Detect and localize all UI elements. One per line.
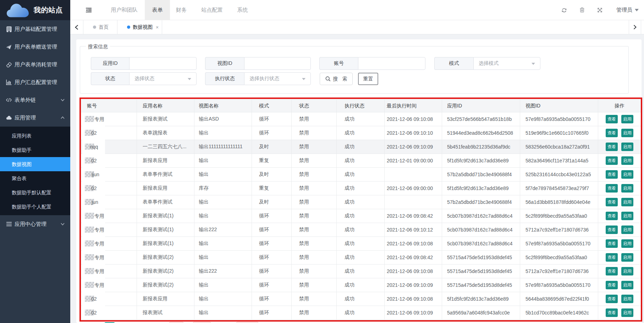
- cell-r13c2: 输出: [194, 292, 252, 306]
- reset-button[interactable]: 重置: [358, 73, 378, 85]
- enable-button[interactable]: 启用: [621, 170, 633, 179]
- enable-button[interactable]: 启用: [621, 129, 633, 137]
- enable-button[interactable]: 启用: [621, 281, 633, 289]
- page-tab-0[interactable]: 首页: [83, 20, 117, 34]
- sidebar-item-bottom[interactable]: 应用中心管理: [0, 215, 70, 233]
- cell-r3c6: 2021-12-01 09:00:00: [385, 154, 442, 168]
- enable-button[interactable]: 启用: [621, 156, 633, 165]
- view-button[interactable]: 查看: [606, 115, 618, 123]
- view-button[interactable]: 查看: [606, 170, 618, 179]
- cell-actions-r12: 查看启用: [598, 278, 641, 292]
- search-field-1: 视图ID: [205, 57, 311, 70]
- tabs-scroll-right[interactable]: [629, 20, 641, 34]
- cell-r6c7: 57b2a5dbdd71bc3e490688f4: [442, 195, 520, 209]
- cell-actions-r5: 查看启用: [598, 182, 641, 195]
- cell-r10c4: 禁用: [292, 251, 337, 264]
- view-button[interactable]: 查看: [606, 212, 618, 220]
- cell-r7c7: 5cb07b3987d162c7ad88d6c4: [442, 209, 520, 223]
- cell-r11c3: 循环: [252, 264, 292, 278]
- fullscreen-icon[interactable]: [598, 8, 604, 14]
- nav-tab-2[interactable]: 财务: [170, 0, 192, 20]
- site-title: 我的站点: [34, 5, 63, 15]
- table-row-11: 新报表测试(2)输出222循环禁用成功2021-12-06 09:10:0855…: [81, 264, 641, 278]
- enable-button[interactable]: 启用: [621, 184, 633, 193]
- cell-r4c3: 及时: [252, 168, 292, 182]
- nav-tab-1[interactable]: 表单: [145, 0, 170, 20]
- view-button[interactable]: 查看: [606, 295, 618, 303]
- tab-close-icon[interactable]: ×: [156, 25, 159, 30]
- page-tab-1[interactable]: 数据视图×: [117, 20, 162, 34]
- search-button[interactable]: 搜 索: [320, 73, 353, 85]
- cell-r7c2: 输出: [194, 209, 252, 223]
- sidebar-item-0[interactable]: 用户基础配置管理: [0, 20, 70, 38]
- account-suffix-11: 专用: [94, 268, 123, 275]
- view-button[interactable]: 查看: [606, 129, 618, 137]
- cell-r5c3: 重复: [252, 182, 292, 195]
- cell-actions-r10: 查看启用: [598, 251, 641, 264]
- enable-button[interactable]: 启用: [621, 295, 633, 303]
- table-row-12: 新报表测试(2)输出循环禁用成功2021-12-06 09:10:0955715…: [81, 278, 641, 292]
- enable-button[interactable]: 启用: [621, 239, 633, 248]
- collapse-menu-icon[interactable]: [86, 8, 92, 12]
- enable-button[interactable]: 启用: [621, 225, 633, 234]
- cell-r9c3: 循环: [252, 237, 292, 251]
- enable-button[interactable]: 启用: [621, 143, 633, 151]
- admin-label: 管理员: [616, 7, 632, 13]
- view-button[interactable]: 查看: [606, 281, 618, 289]
- view-button[interactable]: 查看: [606, 267, 618, 275]
- sidebar-subitem-0[interactable]: 应用列表: [0, 129, 70, 143]
- select-模式[interactable]: 选择模式: [473, 57, 540, 70]
- view-button[interactable]: 查看: [606, 225, 618, 234]
- view-button[interactable]: 查看: [606, 198, 618, 206]
- view-button[interactable]: 查看: [606, 143, 618, 151]
- cell-r12c7: 55715a475de5d1953d8def45: [442, 278, 520, 292]
- view-button[interactable]: 查看: [606, 308, 618, 317]
- admin-menu[interactable]: 管理员: [616, 0, 639, 20]
- sidebar-subitem-2[interactable]: 数据视图: [0, 157, 70, 171]
- cell-r6c2: 输出: [194, 195, 252, 209]
- cell-r0c4: 禁用: [292, 112, 337, 126]
- select-状态[interactable]: 选择状态: [129, 72, 197, 85]
- input-视图ID[interactable]: [244, 57, 311, 70]
- sidebar-item-5[interactable]: 应用管理: [0, 109, 70, 127]
- sidebar-item-3[interactable]: 用户汇总配置管理: [0, 73, 70, 91]
- account-suffix-3: 02: [91, 158, 120, 163]
- select-执行状态[interactable]: 选择执行状态: [244, 72, 311, 85]
- nav-tab-4[interactable]: 系统: [227, 0, 258, 20]
- cell-r11c5: 成功: [337, 264, 385, 278]
- sidebar-item-1[interactable]: 用户表单赠送管理: [0, 38, 70, 56]
- cell-r5c8: 5f7de789784545873ea279f7: [520, 182, 598, 195]
- enable-button[interactable]: 启用: [621, 267, 633, 275]
- enable-button[interactable]: 启用: [621, 308, 633, 317]
- sidebar-subitem-5[interactable]: 数据助手个人配置: [0, 200, 70, 214]
- view-button[interactable]: 查看: [606, 239, 618, 248]
- field-label: 视图ID: [205, 57, 244, 70]
- nav-tab-0[interactable]: 用户和团队: [104, 0, 144, 20]
- data-view-table: 账号应用名称视图名称模式状态执行状态最后执行时间应用ID视图ID操作 新报表测试…: [81, 99, 641, 320]
- sidebar-subitem-4[interactable]: 数据助手默认配置: [0, 185, 70, 200]
- account-suffix-9: 专用: [94, 241, 123, 247]
- sidebar-subitem-1[interactable]: 数据助手: [0, 143, 70, 157]
- nav-tab-3[interactable]: 站点配置: [196, 0, 229, 20]
- refresh-icon[interactable]: [562, 8, 568, 14]
- cell-r12c8: 57e9f87a6935a5b0a0055170: [520, 278, 598, 292]
- enable-button[interactable]: 启用: [621, 198, 633, 206]
- account-suffix-6: jun: [92, 199, 120, 205]
- input-账号[interactable]: [358, 57, 425, 70]
- sidebar-subitem-3[interactable]: 聚合表: [0, 171, 70, 185]
- cell-r6c5: 成功: [337, 195, 385, 209]
- cell-r5c7: 5f1d5fc9f2d613c7add36e89: [442, 182, 520, 195]
- trash-icon[interactable]: [580, 7, 586, 13]
- enable-button[interactable]: 启用: [621, 115, 633, 123]
- enable-button[interactable]: 启用: [621, 212, 633, 220]
- enable-button[interactable]: 启用: [621, 253, 633, 262]
- view-button[interactable]: 查看: [606, 253, 618, 262]
- view-button[interactable]: 查看: [606, 156, 618, 165]
- tabs-scroll-left[interactable]: [70, 20, 83, 34]
- input-应用ID[interactable]: [129, 57, 197, 70]
- search-field-5: 执行状态选择执行状态: [205, 72, 311, 85]
- sidebar-item-4[interactable]: 表单外链: [0, 91, 70, 109]
- cell-r11c2: 输出222: [194, 264, 252, 278]
- sidebar-item-2[interactable]: 用户表单消耗管理: [0, 56, 70, 73]
- view-button[interactable]: 查看: [606, 184, 618, 193]
